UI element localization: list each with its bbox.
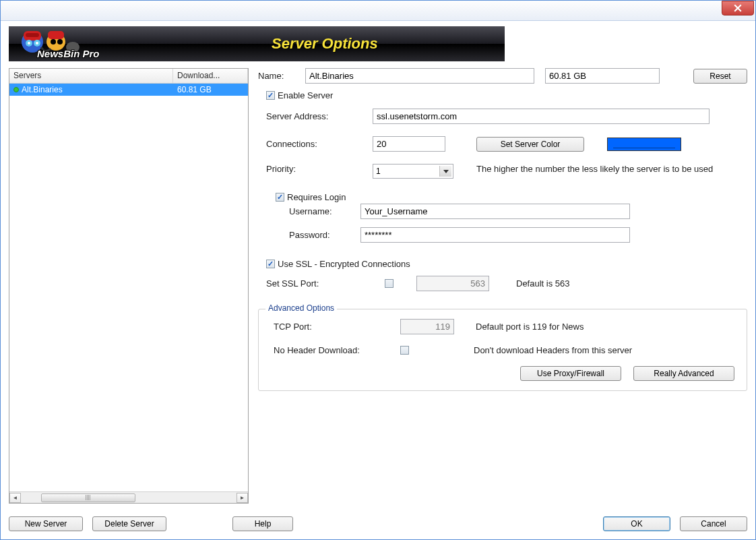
delete-server-button[interactable]: Delete Server — [92, 516, 166, 531]
requires-login-checkbox[interactable]: Requires Login — [276, 192, 346, 202]
username-input[interactable] — [360, 204, 630, 219]
help-button[interactable]: Help — [232, 516, 293, 531]
no-header-checkbox[interactable] — [400, 346, 409, 355]
logo: NewsBin Pro — [9, 26, 130, 61]
tcp-port-label: TCP Port: — [267, 322, 395, 332]
server-address-input[interactable] — [373, 109, 710, 124]
priority-value: 1 — [376, 167, 381, 176]
svg-point-10 — [57, 39, 63, 44]
dialog-window: NewsBin Pro Server Options Servers Downl… — [0, 0, 756, 540]
server-address-label: Server Address: — [266, 111, 367, 121]
use-ssl-label: Use SSL - Encrypted Connections — [278, 259, 410, 269]
column-download[interactable]: Download... — [173, 69, 248, 83]
priority-hint: The higher the number the less likely th… — [476, 164, 747, 174]
use-ssl-checkbox[interactable]: Use SSL - Encrypted Connections — [266, 259, 410, 269]
server-download-cell: 60.81 GB — [173, 85, 248, 94]
tcp-default-label: Default port is 119 for News — [476, 322, 584, 332]
no-header-label: No Header Download: — [267, 345, 395, 355]
svg-point-5 — [28, 42, 30, 44]
svg-point-6 — [36, 42, 38, 44]
scroll-track[interactable] — [21, 493, 237, 503]
advanced-group: Advanced Options TCP Port: Default port … — [258, 309, 747, 391]
logo-text: NewsBin Pro — [37, 48, 100, 59]
priority-select[interactable]: 1 — [373, 164, 453, 179]
username-label: Username: — [276, 206, 355, 216]
checkbox-icon — [276, 193, 284, 202]
list-body: Alt.Binaries 60.81 GB — [9, 84, 248, 491]
svg-rect-2 — [26, 33, 39, 37]
server-options-panel: Name: Reset Enable Server Server Address… — [258, 68, 747, 504]
checkbox-icon — [266, 91, 275, 100]
color-swatch[interactable] — [607, 138, 681, 151]
list-header: Servers Download... — [9, 69, 248, 84]
bottom-bar: New Server Delete Server Help OK Cancel — [9, 516, 747, 531]
ssl-port-override-checkbox[interactable] — [385, 279, 393, 288]
tcp-port-input[interactable] — [400, 319, 454, 334]
new-server-button[interactable]: New Server — [9, 516, 83, 531]
connections-input[interactable] — [373, 136, 445, 152]
server-list-panel: Servers Download... Alt.Binaries 60.81 G… — [9, 68, 249, 504]
password-label: Password: — [276, 230, 355, 240]
set-color-button[interactable]: Set Server Color — [476, 137, 584, 152]
really-advanced-button[interactable]: Really Advanced — [633, 366, 734, 381]
no-header-hint: Don't download Headers from this server — [474, 345, 632, 355]
column-servers[interactable]: Servers — [9, 69, 173, 83]
enable-server-label: Enable Server — [278, 90, 333, 100]
banner-title: Server Options — [272, 35, 378, 53]
server-name-cell: Alt.Binaries — [22, 85, 63, 94]
status-icon — [13, 87, 19, 92]
cancel-button[interactable]: Cancel — [680, 516, 747, 531]
enable-server-checkbox[interactable]: Enable Server — [266, 90, 333, 100]
password-input[interactable] — [360, 227, 630, 243]
horizontal-scrollbar[interactable]: ◄ ► — [9, 491, 248, 503]
titlebar — [1, 1, 755, 21]
ok-button[interactable]: OK — [603, 516, 670, 531]
svg-rect-8 — [48, 31, 64, 39]
priority-label: Priority: — [266, 164, 367, 174]
scroll-left-button[interactable]: ◄ — [9, 493, 21, 503]
connections-label: Connections: — [266, 139, 367, 149]
advanced-title: Advanced Options — [265, 303, 337, 313]
download-display[interactable] — [545, 68, 660, 84]
proxy-firewall-button[interactable]: Use Proxy/Firewall — [520, 366, 621, 381]
svg-point-9 — [51, 39, 56, 44]
name-input[interactable] — [305, 68, 534, 84]
scroll-right-button[interactable]: ► — [237, 493, 248, 503]
ssl-port-label: Set SSL Port: — [266, 278, 379, 289]
checkbox-icon — [266, 260, 275, 268]
banner: NewsBin Pro Server Options — [9, 26, 747, 61]
chevron-down-icon — [439, 166, 451, 177]
reset-button[interactable]: Reset — [693, 69, 747, 84]
close-button[interactable] — [722, 1, 754, 16]
requires-login-label: Requires Login — [287, 192, 346, 202]
server-list[interactable]: Servers Download... Alt.Binaries 60.81 G… — [9, 68, 249, 504]
scroll-thumb[interactable] — [41, 493, 135, 502]
server-row[interactable]: Alt.Binaries 60.81 GB — [9, 84, 248, 96]
name-label: Name: — [258, 71, 300, 81]
close-icon — [734, 4, 742, 12]
ssl-port-input[interactable] — [416, 276, 489, 291]
ssl-default-label: Default is 563 — [516, 278, 570, 289]
